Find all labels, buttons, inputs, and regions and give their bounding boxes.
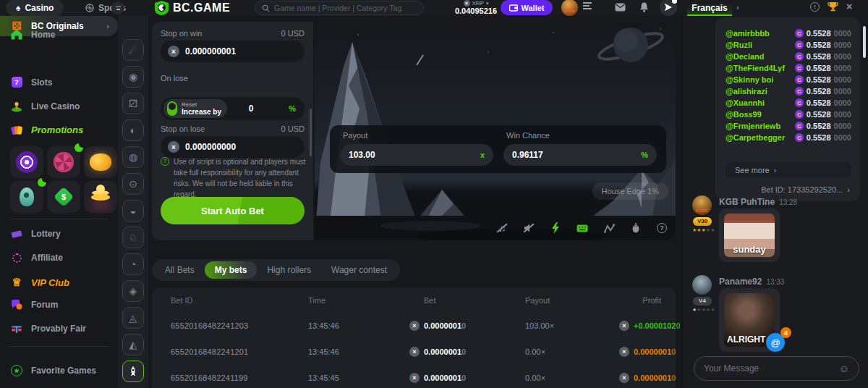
bet-user-row[interactable]: @CarpetbeggerC0.55280000 — [726, 132, 851, 143]
avatar[interactable]: ATOMIC — [692, 195, 712, 215]
tab-sports[interactable]: Sports — [75, 0, 136, 16]
game-icon-sword[interactable]: ◭ — [122, 334, 144, 355]
promo-tile-deals[interactable]: $ — [47, 181, 80, 213]
balance-display[interactable]: × XRP ▾ 0.04095216 — [447, 0, 505, 16]
help-icon[interactable]: ? — [657, 223, 667, 233]
notifications-bell-icon[interactable] — [639, 2, 649, 12]
bet-id-link[interactable]: Bet ID: 17335292520...› — [761, 185, 850, 194]
game-icon-limbo[interactable]: ⊙ — [122, 173, 144, 195]
bet-user-row[interactable]: @FrmjenriewbC0.55280000 — [726, 120, 851, 132]
bet-user-row[interactable]: @DeclandC0.55280000 — [726, 51, 851, 62]
stop-on-lose-field[interactable] — [185, 142, 297, 152]
tab-my-bets[interactable]: My bets — [205, 261, 258, 279]
username[interactable]: Paname9213:33 — [719, 277, 784, 287]
stop-on-win-input[interactable]: × — [161, 41, 305, 62]
game-icon-mines[interactable]: ⚂ — [122, 93, 144, 114]
bcgame-logo[interactable]: BC.GAME — [155, 1, 230, 15]
chat-toggle-icon[interactable] — [660, 0, 677, 16]
avatar[interactable] — [692, 275, 712, 295]
game-icon-rocket-selected[interactable] — [122, 360, 144, 382]
win-chance-field[interactable] — [512, 150, 641, 160]
search-bar[interactable] — [255, 1, 424, 15]
promo-tile-piggy[interactable] — [84, 146, 117, 178]
sidebar-item-label: Slots — [31, 77, 52, 88]
chat-rules-info-icon[interactable]: ! — [810, 2, 820, 12]
sidebar-item-vip-club[interactable]: ♕ VIP Club — [10, 276, 69, 289]
sidebar-item-label: Provably Fair — [31, 324, 86, 334]
seed-icon[interactable] — [630, 222, 642, 234]
on-lose-percent-field[interactable] — [240, 104, 262, 114]
trends-icon[interactable] — [603, 222, 615, 234]
payout-input[interactable]: x — [340, 144, 493, 166]
table-row[interactable]: 65520168482241199 13:45:45 × 0.00000010 … — [152, 365, 676, 388]
table-row[interactable]: 65520168482241203 13:45:46 × 0.00000010 … — [152, 313, 676, 339]
bet-user-row[interactable]: @Skinny boiC0.55280000 — [726, 74, 851, 85]
tab-wager-contest[interactable]: Wager contest — [321, 261, 397, 279]
payout-field[interactable] — [349, 150, 480, 160]
win-chance-input[interactable]: % — [503, 144, 657, 166]
bet-user-row[interactable]: @amirbbbbC0.55280000 — [726, 28, 851, 39]
bet-list-icon[interactable] — [583, 2, 592, 9]
bet-user-row[interactable]: @Boss99C0.55280000 — [726, 109, 851, 120]
sidebar-item-forum[interactable]: Forum — [10, 300, 58, 310]
bet-user-row[interactable]: @TheFiend4LyfC0.55280000 — [726, 62, 851, 74]
sidebar-item-live-casino[interactable]: Live Casino — [10, 101, 80, 112]
game-icon-dice[interactable]: ◉ — [122, 66, 144, 88]
music-off-icon[interactable]: ♫ — [496, 222, 508, 234]
search-input[interactable] — [274, 4, 417, 12]
panel-scrollbar[interactable] — [310, 109, 312, 156]
sidebar-item-promotions[interactable]: Promotions — [10, 125, 83, 135]
crown-icon: ♕ — [10, 276, 23, 289]
sidebar-item-slots[interactable]: 7 Slots — [10, 77, 52, 88]
game-icon-saturn[interactable]: ◍ — [122, 146, 144, 168]
level-badge: V4 — [693, 297, 712, 305]
wallet-button[interactable]: Wallet — [501, 0, 553, 15]
tab-casino[interactable]: ♠ Casino — [6, 0, 64, 16]
tab-high-rollers[interactable]: High rollers — [257, 261, 321, 279]
promo-tile-spin[interactable] — [10, 146, 43, 178]
chat-scrollbar[interactable] — [863, 26, 866, 58]
stop-on-win-field[interactable] — [185, 46, 297, 56]
trophy-icon[interactable] — [827, 1, 838, 12]
chat-language-tab[interactable]: Français — [687, 0, 732, 16]
menu-toggle-icon[interactable] — [111, 1, 124, 14]
sidebar-item-home[interactable]: Home — [10, 29, 55, 40]
message-bubble[interactable]: sunday — [719, 208, 780, 262]
game-icon-crash[interactable]: ☄ — [122, 39, 144, 61]
stop-on-lose-input[interactable]: × — [161, 136, 305, 158]
bet-user-row[interactable]: @alishiraziC0.55280000 — [726, 85, 851, 97]
game-icon-ring[interactable]: ◬ — [122, 307, 144, 329]
sidebar-item-provably-fair[interactable]: Provably Fair — [10, 324, 86, 334]
turbo-bolt-icon[interactable] — [550, 222, 561, 234]
chat-input[interactable]: ☺ — [694, 356, 859, 381]
payout-panel: Payout x Win Chance % — [330, 125, 666, 173]
username[interactable]: KGB PuhTine13:28 — [719, 197, 797, 207]
emoji-icon[interactable]: ☺ — [839, 363, 849, 374]
see-more-button[interactable]: See more› — [726, 162, 851, 178]
sidebar-item-affiliate[interactable]: Affiliate — [10, 253, 63, 263]
bet-user-row[interactable]: @XuannhiC0.55280000 — [726, 97, 851, 109]
wheel-icon — [54, 152, 74, 172]
game-icon-ball[interactable]: ◔ — [122, 253, 144, 275]
game-icon-cards[interactable]: ◈ — [122, 280, 144, 302]
sidebar-item-lottery[interactable]: Lottery — [10, 229, 61, 239]
promo-tile-coins[interactable] — [84, 181, 117, 213]
sound-off-icon[interactable] — [523, 222, 535, 234]
promo-tile-rocket[interactable] — [10, 181, 43, 213]
mail-icon[interactable] — [615, 3, 626, 12]
bet-user-row[interactable]: @RuzliC0.55280000 — [726, 39, 851, 51]
promo-tile-wheel[interactable] — [47, 146, 80, 178]
tab-all-bets[interactable]: All Bets — [155, 261, 205, 279]
game-icon-keno[interactable]: ♘ — [122, 227, 144, 248]
start-auto-bet-button[interactable]: Start Auto Bet — [161, 197, 305, 224]
reset-increase-toggle[interactable]: Reset Increase by — [163, 99, 227, 118]
game-icon-bomb[interactable]: ◐ — [122, 119, 144, 141]
sidebar-item-favorite-games[interactable]: ★ Favorite Games — [10, 365, 96, 376]
game-icon-egg[interactable]: ◒ — [122, 200, 144, 222]
close-chat-icon[interactable]: × — [846, 1, 852, 12]
table-row[interactable]: 65520168482241201 13:45:46 × 0.00000010 … — [152, 339, 676, 365]
user-avatar[interactable]: ATOMIC — [561, 0, 578, 16]
chevron-right-icon[interactable]: › — [736, 3, 739, 12]
hotkeys-keyboard-icon[interactable] — [576, 222, 588, 234]
message-field[interactable] — [704, 363, 839, 374]
